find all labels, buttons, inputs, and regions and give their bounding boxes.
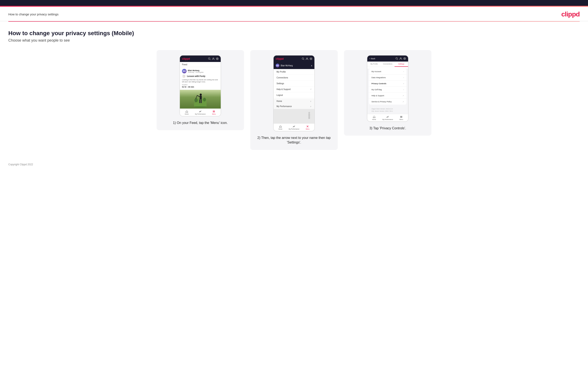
tab-connections[interactable]: Connections — [381, 62, 394, 67]
chevron-right-icon-4: › — [403, 76, 404, 79]
settings-item-data-integrations[interactable]: Data Integrations › — [369, 75, 406, 81]
svg-line-20 — [303, 59, 304, 60]
top-bar — [0, 0, 588, 6]
menu-item-settings-label: Settings — [277, 82, 284, 85]
menu-item-connections-label: Connections — [277, 76, 288, 79]
feed-post-user: BM Blair McHarg Yesterday · Sunningdale — [182, 69, 219, 73]
bottom-nav-1: Home My Performance Menu — [180, 108, 221, 116]
phone-nav-1: clippd — [180, 56, 221, 62]
menu-section-performance-label: My Performance — [277, 105, 292, 108]
svg-line-1 — [210, 59, 210, 60]
step-1-card: clippd Feed BM Blair McHarg — [156, 50, 244, 130]
tab-settings[interactable]: Settings — [395, 62, 408, 67]
svg-point-23 — [310, 58, 312, 60]
svg-point-24 — [308, 112, 310, 114]
svg-point-34 — [404, 58, 406, 60]
search-icon-2 — [302, 57, 304, 60]
menu-item-logout[interactable]: Logout — [274, 92, 314, 98]
settings-myaccount-label: My Account — [372, 70, 381, 73]
phone-logo-1: clippd — [182, 57, 190, 60]
external-link-icon-2: ↗ — [402, 95, 404, 97]
svg-line-13 — [197, 95, 200, 97]
menu-user-row: BM Blair McHarg ∧ — [274, 62, 314, 69]
nav-performance-3: My Performance — [381, 114, 394, 121]
menu-item-connections[interactable]: Connections — [274, 75, 314, 81]
svg-point-32 — [400, 58, 401, 59]
nav-performance-2: My Performance — [287, 124, 301, 131]
avatar-2: BM — [276, 64, 279, 67]
settings-tabs: My Profile Connections Settings — [367, 62, 408, 67]
menu-item-logout-label: Logout — [277, 94, 283, 96]
svg-point-22 — [311, 58, 311, 59]
settings-item-help-support[interactable]: Help & Support ↗ — [369, 93, 406, 99]
step-3-caption: 3) Tap 'Privacy Controls'. — [369, 126, 406, 131]
svg-rect-27 — [309, 117, 310, 119]
settings-list: My Account › Data Integrations › Privacy… — [369, 69, 406, 105]
feed-date: Yesterday · Sunningdale — [188, 72, 204, 73]
header: How to change your privacy settings clip… — [0, 7, 588, 21]
nav-home-1: Home — [180, 109, 193, 116]
settings-help-support-label: Help & Support — [372, 95, 384, 97]
clippd-logo: clippd — [561, 10, 580, 18]
menu-icon-3 — [400, 115, 403, 118]
feed-lesson-row: 📋 Lesson with Fordy — [182, 74, 219, 78]
step-1-caption: 1) On your Feed, tap the 'Menu' icon. — [173, 121, 228, 125]
step-1-phone: clippd Feed BM Blair McHarg — [180, 55, 221, 117]
chevron-right-icon-6: › — [403, 89, 404, 91]
feed-tab: Feed — [180, 62, 221, 67]
main-content: How to change your privacy settings (Mob… — [0, 22, 588, 156]
svg-point-9 — [200, 93, 202, 96]
menu-screen: My Profile Connections Settings Help & S… — [274, 69, 314, 124]
home-icon-3 — [373, 115, 376, 118]
chart-icon-3 — [386, 115, 389, 118]
nav-menu-3: Menu — [395, 114, 408, 121]
svg-rect-10 — [200, 96, 202, 99]
footer: Copyright Clippd 2022 — [0, 156, 588, 170]
chevron-right-icon-3: › — [403, 70, 404, 73]
page-subtitle: Choose what you want people to see — [8, 38, 580, 43]
svg-point-0 — [208, 58, 210, 59]
settings-version: Clippd Client Version: 2022.8.3-3 SQL Se… — [367, 106, 408, 114]
tab-myprofile[interactable]: My Profile — [367, 62, 381, 67]
back-button[interactable]: < Back — [369, 58, 375, 60]
svg-rect-12 — [201, 99, 202, 103]
golfer-silhouette — [194, 91, 207, 108]
phone-nav-icons-3 — [395, 57, 406, 60]
settings-icon-2 — [310, 57, 312, 60]
settings-item-service-privacy[interactable]: Service & Privacy Policy ↗ — [369, 99, 406, 105]
feed-duration-val: 01 hr : 30 min — [182, 86, 219, 88]
feed-screen: Feed BM Blair McHarg Yesterday · Sunning… — [180, 62, 221, 108]
settings-privacy-controls-label: Privacy Controls — [372, 83, 386, 85]
external-link-icon-3: ↗ — [402, 101, 404, 103]
settings-service-privacy-label: Service & Privacy Policy — [372, 101, 392, 103]
menu-item-myprofile[interactable]: My Profile — [274, 69, 314, 75]
back-arrow-icon: < — [369, 58, 370, 60]
nav-home-2: Home — [274, 124, 287, 131]
menu-section-performance[interactable]: My Performance ∨ — [274, 104, 314, 109]
svg-rect-25 — [308, 114, 310, 117]
settings-item-privacy-controls[interactable]: Privacy Controls › — [369, 81, 406, 87]
person-icon-2 — [306, 57, 308, 60]
svg-line-31 — [397, 59, 398, 60]
menu-section-home[interactable]: Home ∨ — [274, 99, 314, 104]
page-breadcrumb: How to change your privacy settings — [8, 12, 59, 16]
bottom-nav-2: Home My Performance Menu — [274, 124, 314, 131]
svg-point-21 — [306, 58, 308, 59]
step-2-card: clippd BM Blair McHarg ∧ — [250, 50, 338, 150]
nav-home-label-2: Home — [278, 128, 282, 130]
svg-point-7 — [194, 98, 198, 102]
back-label: Back — [371, 58, 375, 60]
settings-icon-3 — [403, 57, 406, 60]
menu-item-helpsupport[interactable]: Help & Support ↗ — [274, 86, 314, 92]
chart-icon — [199, 110, 202, 113]
feed-lesson-title: Lesson with Fordy — [187, 75, 205, 77]
settings-item-golf-bag[interactable]: My Golf Bag › — [369, 87, 406, 93]
svg-point-4 — [216, 58, 218, 60]
nav-home-label-3: Home — [372, 119, 376, 120]
menu-item-settings[interactable]: Settings — [274, 81, 314, 86]
settings-item-myaccount[interactable]: My Account › — [369, 69, 406, 75]
step-2-caption: 2) Then, tap the arrow next to your name… — [255, 136, 333, 145]
avatar: BM — [182, 69, 187, 73]
search-icon-3 — [395, 57, 398, 60]
phone-nav-icons-2 — [302, 57, 312, 60]
